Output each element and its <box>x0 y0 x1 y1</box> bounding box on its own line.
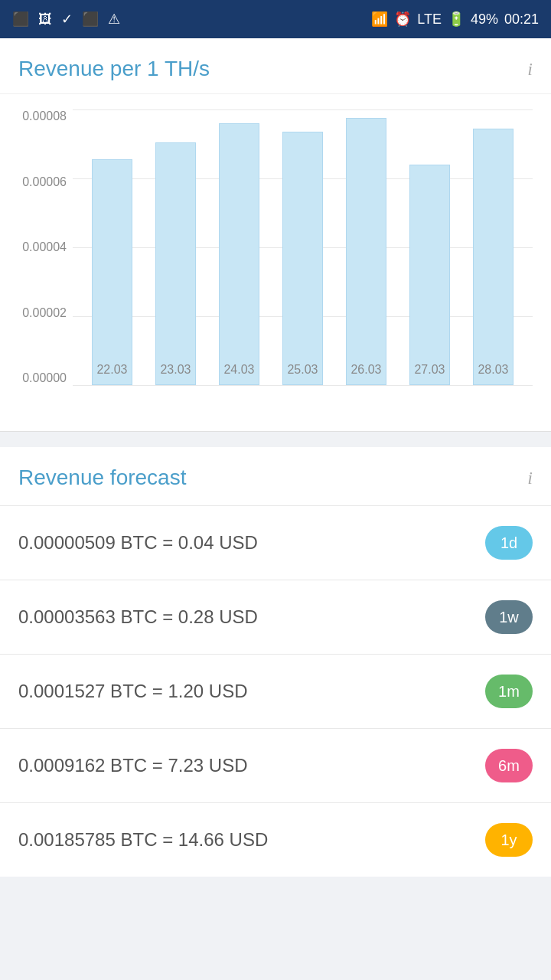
clock: 00:21 <box>504 11 539 28</box>
warning-icon: ⚠ <box>108 11 120 28</box>
forecast-header: Revenue forecast i <box>0 447 551 506</box>
x-label-3: 25.03 <box>271 363 334 377</box>
forecast-row-1d: 0.00000509 BTC = 0.04 USD 1d <box>0 506 551 580</box>
x-label-6: 28.03 <box>461 363 525 377</box>
chart-inner: 0.00008 0.00006 0.00004 0.00002 0.00000 <box>8 109 533 416</box>
revenue-per-th-title: Revenue per 1 TH/s <box>18 57 210 81</box>
forecast-value-1y: 0.00185785 BTC = 14.66 USD <box>18 829 268 851</box>
x-label-0: 22.03 <box>80 363 144 377</box>
x-label-4: 26.03 <box>334 363 398 377</box>
bar-wrapper-6 <box>461 109 525 385</box>
bars-area <box>73 109 533 385</box>
chart-plot: 22.03 23.03 24.03 25.03 26.03 27.03 28.0… <box>73 109 533 385</box>
x-label-2: 24.03 <box>207 363 271 377</box>
bar-0 <box>92 159 133 385</box>
revenue-per-th-header: Revenue per 1 TH/s i <box>0 38 551 94</box>
bar-2 <box>219 123 260 385</box>
forecast-row-1y: 0.00185785 BTC = 14.66 USD 1y <box>0 803 551 877</box>
bar-3 <box>282 132 324 385</box>
bar-wrapper-4 <box>334 109 398 385</box>
chart-container: 0.00008 0.00006 0.00004 0.00002 0.00000 <box>0 94 551 431</box>
forecast-value-1w: 0.00003563 BTC = 0.28 USD <box>18 606 258 628</box>
lte-icon: LTE <box>417 11 442 28</box>
check-icon: ✓ <box>61 11 73 28</box>
status-bar-right: 📶 ⏰ LTE 🔋 49% 00:21 <box>371 11 539 28</box>
bar-wrapper-5 <box>398 109 461 385</box>
forecast-row-1w: 0.00003563 BTC = 0.28 USD 1w <box>0 580 551 655</box>
bar-1 <box>155 142 197 385</box>
chart-y-labels: 0.00008 0.00006 0.00004 0.00002 0.00000 <box>8 109 73 385</box>
bar-4 <box>346 118 387 385</box>
y-label-3: 0.00002 <box>8 306 73 320</box>
period-badge-1d[interactable]: 1d <box>485 526 533 560</box>
section-gap <box>0 432 551 447</box>
forecast-value-1m: 0.0001527 BTC = 1.20 USD <box>18 681 248 702</box>
forecast-row-6m: 0.0009162 BTC = 7.23 USD 6m <box>0 729 551 803</box>
notification-icon: ⬛ <box>12 11 29 28</box>
y-label-1: 0.00006 <box>8 175 73 189</box>
period-badge-6m[interactable]: 6m <box>485 749 533 782</box>
bar-wrapper-0 <box>80 109 144 385</box>
x-label-5: 27.03 <box>398 363 461 377</box>
battery-percent: 49% <box>471 11 498 28</box>
revenue-per-th-card: Revenue per 1 TH/s i 0.00008 0.00006 0.0… <box>0 38 551 432</box>
forecast-title: Revenue forecast <box>18 466 186 490</box>
period-badge-1y[interactable]: 1y <box>485 823 533 857</box>
signal-icon: 📶 <box>371 11 388 28</box>
forecast-value-6m: 0.0009162 BTC = 7.23 USD <box>18 755 248 776</box>
status-bar-icons: ⬛ 🖼 ✓ ⬛ ⚠ <box>12 11 120 28</box>
bar-wrapper-3 <box>271 109 334 385</box>
y-label-4: 0.00000 <box>8 371 73 385</box>
period-badge-1m[interactable]: 1m <box>485 675 533 708</box>
revenue-per-th-info-icon[interactable]: i <box>527 59 533 80</box>
image-icon: 🖼 <box>38 11 52 28</box>
period-badge-1w[interactable]: 1w <box>485 600 533 634</box>
status-bar: ⬛ 🖼 ✓ ⬛ ⚠ 📶 ⏰ LTE 🔋 49% 00:21 <box>0 0 551 38</box>
x-label-1: 23.03 <box>144 363 207 377</box>
forecast-info-icon[interactable]: i <box>527 468 533 488</box>
battery-icon: 🔋 <box>448 11 465 28</box>
chart-x-labels: 22.03 23.03 24.03 25.03 26.03 27.03 28.0… <box>73 354 533 385</box>
tool-icon: ⬛ <box>82 11 99 28</box>
revenue-forecast-card: Revenue forecast i 0.00000509 BTC = 0.04… <box>0 447 551 877</box>
alarm-icon: ⏰ <box>394 11 411 28</box>
bar-wrapper-1 <box>144 109 207 385</box>
forecast-value-1d: 0.00000509 BTC = 0.04 USD <box>18 532 258 554</box>
bar-5 <box>409 165 451 385</box>
y-label-0: 0.00008 <box>8 109 73 123</box>
bar-6 <box>473 129 514 385</box>
bar-wrapper-2 <box>207 109 271 385</box>
y-label-2: 0.00004 <box>8 240 73 254</box>
forecast-row-1m: 0.0001527 BTC = 1.20 USD 1m <box>0 655 551 729</box>
